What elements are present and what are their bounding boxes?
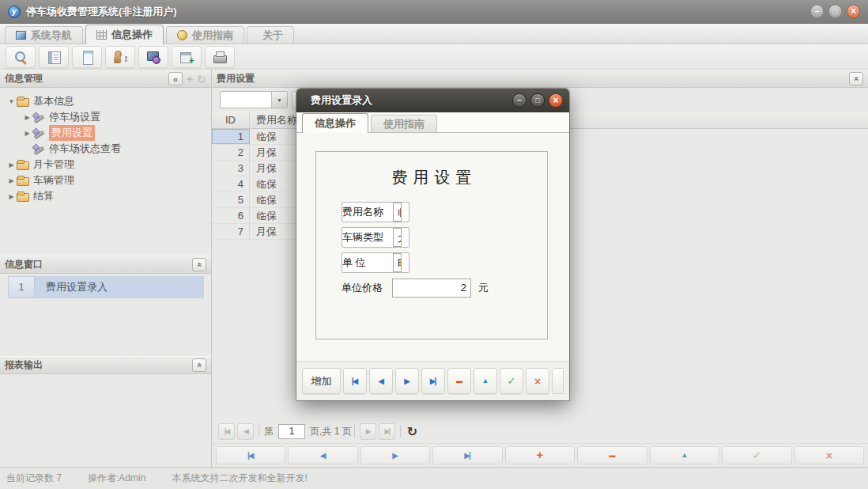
- close-button[interactable]: [847, 5, 860, 18]
- button-glyph-icon: +: [537, 449, 544, 462]
- maximize-button[interactable]: [828, 5, 842, 18]
- record-toolbar: |◀ ◀ ▶ ▶| + ▬ ▲ ✓ ×: [212, 443, 868, 467]
- tree-item-monthly-card-mgmt[interactable]: ▶ 月卡管理: [0, 157, 211, 172]
- next-button[interactable]: ▶: [395, 368, 419, 394]
- tree-expand-arrow-icon[interactable]: ▶: [6, 161, 17, 169]
- last-button[interactable]: ▶|: [421, 368, 445, 394]
- separator: [400, 425, 401, 438]
- table-add-button[interactable]: [172, 46, 202, 68]
- dialog-close-button[interactable]: [549, 93, 563, 108]
- tab-icon: [96, 30, 107, 40]
- add-icon[interactable]: +: [187, 74, 193, 85]
- application-window: y 停车场收费管理系统(非注册用户) 系统导航 信息操作 使用指南 关于: [0, 0, 868, 489]
- edit-record-button[interactable]: ▲: [650, 446, 719, 464]
- last-record-button[interactable]: ▶|: [432, 446, 502, 464]
- print-button[interactable]: [205, 46, 235, 68]
- tab-user-guide[interactable]: 使用指南: [166, 26, 244, 44]
- form-view-button[interactable]: [39, 46, 69, 68]
- first-page-button[interactable]: |◀: [218, 423, 235, 440]
- partial-dialog-button[interactable]: [552, 368, 564, 394]
- delete-button[interactable]: ▬: [447, 368, 471, 394]
- tree-item-icon: [17, 159, 29, 170]
- next-record-button[interactable]: ▶: [360, 446, 430, 464]
- tree-item-settlement[interactable]: ▶ 结算: [0, 188, 211, 204]
- tree-expand-arrow-icon[interactable]: ▶: [22, 130, 32, 137]
- cancel-record-button[interactable]: ×: [794, 446, 864, 464]
- last-page-button[interactable]: ▶|: [379, 423, 395, 440]
- tab-label: 系统导航: [31, 28, 72, 43]
- tree-item-icon: [32, 112, 45, 123]
- tree-expand-arrow-icon[interactable]: ▶: [22, 114, 32, 121]
- field-input[interactable]: 临保 ▼: [393, 203, 402, 222]
- dialog-tab-info-operation[interactable]: 信息操作: [302, 113, 368, 133]
- info-window-row-fee-entry[interactable]: 1 费用设置录入: [8, 276, 204, 298]
- tab-about[interactable]: 关于: [247, 26, 294, 44]
- refresh-button[interactable]: ↻: [407, 424, 417, 439]
- info-window-list: 1 费用设置录入: [0, 274, 211, 356]
- field-label: 单位价格: [342, 281, 392, 295]
- first-button[interactable]: |◀: [343, 368, 367, 394]
- chevron-down-icon[interactable]: ▼: [271, 92, 287, 108]
- table-column-label: 费用名称: [256, 113, 297, 127]
- collapse-sidebar-button[interactable]: «: [168, 72, 183, 85]
- cancel-button[interactable]: ×: [526, 368, 549, 394]
- tree-item-vehicle-mgmt[interactable]: ▶ 车辆管理: [0, 172, 211, 188]
- collapse-main-panel-button[interactable]: «: [849, 72, 863, 85]
- tab-info-operation[interactable]: 信息操作: [85, 25, 164, 44]
- fee-filter-combobox[interactable]: ▼: [220, 91, 288, 108]
- button-glyph-icon: ×: [534, 376, 541, 387]
- refresh-icon[interactable]: ↻: [197, 74, 206, 85]
- tree-expand-arrow-icon[interactable]: ▼: [6, 98, 17, 105]
- prev-record-button[interactable]: ◀: [288, 446, 357, 464]
- table-column-header[interactable]: ID: [212, 112, 250, 128]
- tree-item-fee-setup[interactable]: ▶ 费用设置: [0, 125, 211, 141]
- separator: [354, 425, 355, 438]
- next-page-button[interactable]: ▶: [360, 423, 376, 440]
- toolbar-icon: [80, 50, 94, 64]
- page-number-input[interactable]: [278, 424, 305, 439]
- collapse-info-window-button[interactable]: «: [192, 258, 206, 271]
- user-settings-button[interactable]: [105, 46, 135, 68]
- tree-expand-arrow-icon[interactable]: ▶: [6, 193, 17, 200]
- tree-item-label: 结算: [33, 189, 54, 203]
- tree-item-basic-info[interactable]: ▼ 基本信息: [0, 93, 211, 109]
- add-record-button[interactable]: +: [505, 446, 575, 464]
- confirm-button[interactable]: ✓: [500, 368, 523, 394]
- table-column-label: ID: [225, 114, 236, 126]
- tree-item-icon: [17, 96, 29, 107]
- prev-button[interactable]: ◀: [369, 368, 393, 394]
- prev-page-button[interactable]: ◀: [237, 423, 254, 440]
- monitor-button[interactable]: [138, 46, 168, 68]
- tab-system-navigation[interactable]: 系统导航: [5, 26, 83, 44]
- document-button[interactable]: [72, 46, 102, 68]
- collapse-report-output-button[interactable]: «: [192, 358, 206, 372]
- confirm-record-button[interactable]: ✓: [722, 446, 791, 464]
- tree-item-label: 车辆管理: [33, 173, 74, 188]
- add-button[interactable]: 增加: [302, 368, 341, 394]
- toolbar-icon: [179, 50, 194, 64]
- dialog-minimize-button[interactable]: [512, 93, 526, 108]
- main-toolbar: [0, 44, 868, 70]
- tree-item-parking-status-view[interactable]: 停车场状态查看: [0, 141, 211, 157]
- minimize-button[interactable]: [810, 5, 824, 18]
- field-input[interactable]: 大型 ▼: [393, 228, 402, 247]
- dialog-title: 费用设置录入: [311, 93, 508, 108]
- edit-button[interactable]: ▲: [474, 368, 497, 394]
- field-input[interactable]: 2 ▼: [392, 279, 471, 298]
- tree-item-icon: [17, 175, 29, 186]
- dialog-maximize-button[interactable]: [530, 93, 545, 108]
- dialog-tab-user-guide[interactable]: 使用指南: [371, 115, 437, 132]
- tree-item-parking-lot-setup[interactable]: ▶ 停车场设置: [0, 109, 211, 125]
- first-record-button[interactable]: |◀: [216, 446, 285, 464]
- info-window-panel-header: 信息窗口 «: [0, 256, 211, 274]
- field-value: 时: [394, 254, 402, 271]
- delete-record-button[interactable]: ▬: [577, 446, 647, 464]
- fee-setup-form: 费用设置 费用名称 临保 ▼ 车辆类型 大型 ▼: [315, 151, 548, 339]
- form-title: 费用设置: [316, 167, 547, 188]
- sidebar: 信息管理 « + ↻ ▼ 基本信息 ▶ 停车场设置 ▶ 费用设置: [0, 70, 212, 467]
- field-input[interactable]: 时 ▼: [393, 253, 402, 272]
- button-glyph-icon: ✓: [753, 450, 761, 461]
- tree-expand-arrow-icon[interactable]: ▶: [6, 177, 17, 184]
- tree-item-icon: [17, 191, 29, 202]
- search-button[interactable]: [6, 46, 36, 68]
